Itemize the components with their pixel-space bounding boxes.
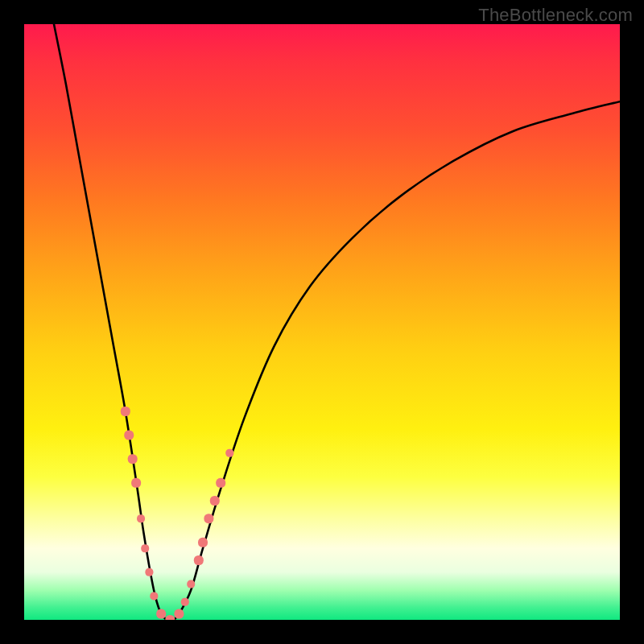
plot-area — [24, 24, 620, 620]
highlight-marker — [216, 478, 225, 488]
highlight-marker — [145, 568, 153, 576]
highlight-marker — [174, 609, 184, 619]
highlight-marker — [165, 615, 175, 620]
chart-frame: TheBottleneck.com — [0, 0, 644, 644]
highlight-marker — [156, 609, 166, 619]
highlight-marker — [181, 598, 189, 606]
highlight-marker — [131, 478, 141, 488]
highlight-marker — [128, 454, 138, 464]
highlight-marker — [137, 514, 145, 522]
highlight-marker — [210, 496, 220, 506]
highlight-marker — [198, 538, 208, 547]
watermark-text: TheBottleneck.com — [478, 5, 633, 26]
highlight-marker — [187, 580, 195, 588]
highlight-markers — [121, 407, 233, 620]
highlight-marker — [194, 555, 204, 565]
highlight-marker — [121, 407, 130, 416]
bottleneck-curve — [54, 24, 620, 620]
highlight-marker — [141, 544, 149, 552]
highlight-marker — [225, 449, 233, 457]
highlight-marker — [150, 592, 158, 600]
highlight-marker — [204, 514, 213, 523]
highlight-marker — [124, 431, 134, 440]
curve-layer — [24, 24, 620, 620]
